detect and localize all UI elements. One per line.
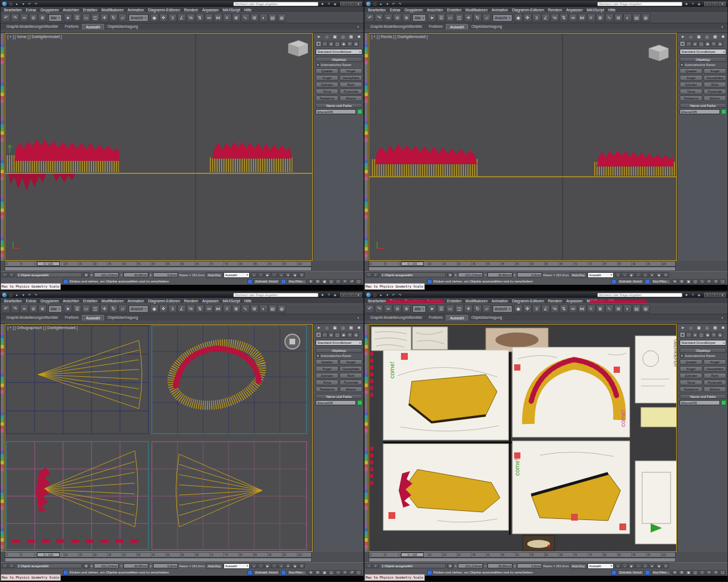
menu-item[interactable]: Modifikatoren — [465, 299, 487, 303]
coordinate-field[interactable]: 0,0mm — [517, 272, 542, 277]
selection-mode-dropdown[interactable]: Auswahl▾ — [588, 272, 614, 278]
primitive-button[interactable]: Geosphäre — [340, 75, 362, 81]
set-key-icon[interactable]: ● — [285, 272, 291, 277]
zoom-all-icon[interactable]: ⊞ — [315, 570, 321, 575]
select-and-scale-icon[interactable]: ▱ — [118, 14, 127, 22]
menu-item[interactable]: Extras — [26, 299, 36, 303]
layer-manager-icon[interactable]: ≣ — [232, 305, 241, 313]
menu-item[interactable]: Diagramm-Editoren — [512, 299, 544, 303]
select-and-link-icon[interactable]: ∞ — [384, 305, 392, 313]
ribbon-tab[interactable]: Freiform — [425, 24, 446, 30]
zoom-all-icon[interactable]: ⊞ — [315, 279, 321, 284]
rollout-objekttyp-header[interactable]: Objekttyp — [316, 348, 362, 353]
zoom-extents-all-icon[interactable]: ◱ — [692, 279, 698, 284]
reference-coordinate-dropdown[interactable]: Ansicht▾ — [493, 305, 512, 313]
primitive-button[interactable]: Ebene — [340, 95, 362, 101]
menu-item[interactable]: Hilfe — [244, 299, 251, 303]
left-dock-strip[interactable] — [365, 324, 369, 552]
render-icon[interactable]: ◍ — [642, 305, 650, 313]
minimize-button[interactable]: – — [704, 293, 711, 297]
create-tab-icon[interactable]: ➤ — [680, 34, 686, 40]
previous-frame-icon[interactable]: ‹ — [622, 563, 628, 568]
primitive-button[interactable]: Pyramide — [340, 89, 362, 94]
primitive-button[interactable]: Kegel — [704, 68, 726, 74]
key-filter-icon[interactable] — [281, 279, 286, 284]
add-time-tag-icon[interactable] — [247, 279, 253, 284]
object-name-field[interactable]: Ebene005 — [316, 109, 356, 114]
select-object-icon[interactable]: ➤ — [64, 14, 72, 22]
pan-icon[interactable]: ✛ — [342, 279, 348, 284]
minimize-button[interactable]: – — [340, 2, 347, 6]
track-bar[interactable] — [365, 558, 727, 562]
infocenter-star-icon[interactable]: ★ — [320, 1, 325, 6]
render-icon[interactable]: ◍ — [642, 14, 650, 22]
play-icon[interactable]: ▶ — [628, 272, 635, 277]
go-to-end-icon[interactable]: » — [278, 563, 284, 568]
menu-item[interactable]: MAXScript — [222, 8, 240, 12]
time-config-icon[interactable]: ⊙ — [299, 563, 305, 568]
menu-item[interactable]: Animation — [127, 299, 144, 303]
menu-item[interactable]: Hilfe — [608, 8, 615, 12]
primitive-button[interactable]: Pyramide — [704, 380, 726, 385]
primitive-button[interactable]: Geosphäre — [704, 75, 726, 81]
undo-icon[interactable]: ↶ — [391, 1, 396, 6]
create-tab-icon[interactable]: ➤ — [680, 325, 686, 331]
search-input[interactable] — [597, 2, 682, 6]
orbit-icon[interactable]: ↺ — [713, 279, 719, 284]
set-key-icon[interactable]: ● — [649, 272, 655, 277]
isolate-selection-icon[interactable]: ▫ — [366, 272, 372, 277]
primitive-button[interactable]: Torus — [680, 89, 702, 94]
primitive-category-dropdown[interactable]: Standard-Grundkörper▾ — [680, 49, 726, 55]
time-tag-button[interactable]: Zeitmark. hinzuf. — [618, 279, 644, 284]
unlink-selection-icon[interactable]: ⊘ — [393, 305, 402, 313]
named-selection-sets-icon[interactable]: ≔ — [205, 14, 213, 22]
selection-lock-icon[interactable]: ⊠ — [83, 272, 89, 277]
select-and-rotate-icon[interactable]: ↻ — [109, 305, 118, 313]
primitive-button[interactable]: Quader — [680, 68, 702, 74]
layer-manager-icon[interactable]: ≣ — [596, 14, 605, 22]
rollout-objekttyp-header[interactable]: Objekttyp — [680, 57, 726, 62]
primitive-button[interactable]: Zylinder — [316, 373, 338, 379]
key-filter-icon[interactable] — [645, 279, 650, 284]
restore-button[interactable]: ▫ — [712, 2, 718, 6]
menu-item[interactable]: Modifikatoren — [101, 299, 123, 303]
reference-coordinate-dropdown[interactable]: Ansicht▾ — [129, 305, 148, 313]
undo-icon[interactable]: ↶ — [2, 14, 10, 22]
ribbon-tab[interactable]: Graphit-Modellierungshilfsmittel — [367, 315, 425, 321]
systems-category-icon[interactable]: ⊛ — [717, 41, 723, 47]
geometry-category-icon[interactable]: ● — [680, 332, 685, 338]
infocenter-star-icon[interactable]: ★ — [320, 292, 325, 297]
menu-item[interactable]: MAXScript — [222, 299, 240, 303]
select-and-rotate-icon[interactable]: ↻ — [473, 305, 482, 313]
material-editor-icon[interactable]: ◐ — [623, 14, 632, 22]
use-pivot-center-icon[interactable]: ◉ — [150, 305, 159, 313]
hierarchy-tab-icon[interactable]: ▣ — [332, 34, 338, 40]
close-button[interactable]: ✕ — [355, 2, 362, 6]
menu-item[interactable]: Diagramm-Editoren — [512, 8, 544, 12]
orbit-icon[interactable]: ↺ — [713, 570, 719, 575]
previous-frame-icon[interactable]: ‹ — [622, 272, 628, 277]
primitive-button[interactable]: Kugel — [680, 366, 702, 372]
menu-item[interactable]: Erstellen — [83, 299, 97, 303]
track-bar[interactable] — [1, 558, 363, 562]
menu-item[interactable]: Erstellen — [447, 299, 461, 303]
window-crossing-icon[interactable]: ◫ — [91, 305, 100, 313]
menu-item[interactable]: Bearbeiten — [4, 299, 22, 303]
left-dock-strip[interactable] — [1, 33, 5, 261]
restore-button[interactable]: ▫ — [348, 293, 354, 297]
primitive-button[interactable]: Pyramide — [340, 380, 362, 385]
undo-icon[interactable]: ↶ — [27, 292, 32, 297]
new-scene-icon[interactable]: ▢ — [372, 292, 378, 297]
pan-icon[interactable]: ✛ — [342, 570, 348, 575]
systems-category-icon[interactable]: ⊛ — [717, 332, 723, 338]
mirror-icon[interactable]: ⋈ — [214, 305, 222, 313]
menu-item[interactable]: Modifikatoren — [465, 8, 487, 12]
ribbon-tab[interactable]: Graphit-Modellierungshilfsmittel — [3, 24, 61, 30]
key-filter-button[interactable]: Key-Filter... — [651, 279, 671, 284]
schematic-view-icon[interactable]: ⊞ — [614, 305, 623, 313]
lights-category-icon[interactable]: ☀ — [328, 332, 334, 338]
render-setup-icon[interactable]: ▤ — [268, 305, 277, 313]
zoom-extents-icon[interactable]: ▣ — [321, 279, 328, 284]
ribbon-tab[interactable]: Objektübertragung — [468, 315, 506, 321]
play-icon[interactable]: ▶ — [628, 563, 635, 568]
